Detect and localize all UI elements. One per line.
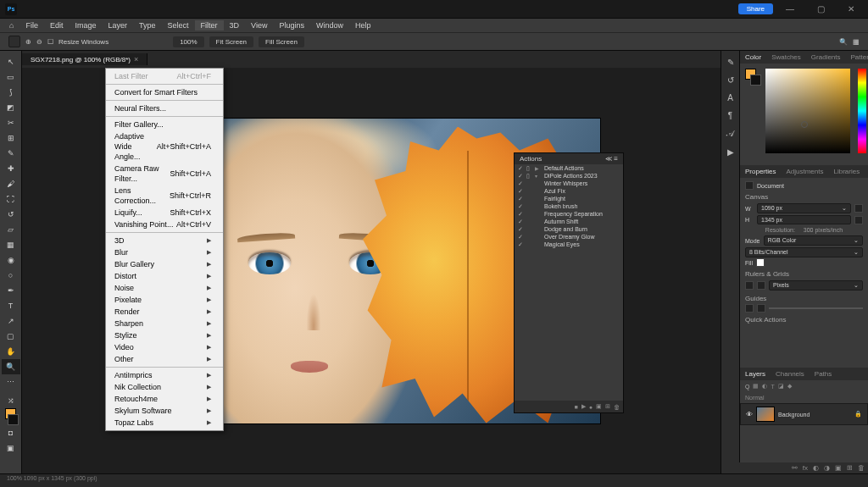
menu-item-gallery[interactable]: Filter Gallery... [106, 119, 223, 130]
dialog-icon[interactable] [526, 241, 532, 247]
check-icon[interactable]: ✓ [518, 203, 524, 209]
frame-tool[interactable]: ⊞ [2, 130, 20, 146]
dialog-icon[interactable] [526, 180, 532, 186]
guide-slider[interactable] [769, 307, 863, 309]
action-row[interactable]: ✓Dodge and Burn [515, 225, 623, 233]
action-row[interactable]: ✓Over Dreamy Glow [515, 233, 623, 241]
menu-item-rawfilter[interactable]: Camera Raw Filter...Shift+Ctrl+A [106, 163, 223, 185]
new-action-icon[interactable]: ⊞ [605, 403, 610, 410]
check-icon[interactable]: ✓ [518, 211, 524, 217]
path-tool[interactable]: ↗ [2, 313, 20, 329]
width-field[interactable]: 1090 px⌄ [757, 203, 851, 213]
trash-icon[interactable]: 🗑 [614, 404, 620, 410]
color-swap-icon[interactable]: ⤮ [2, 393, 20, 408]
tab-adjustments[interactable]: Adjustments [781, 167, 828, 176]
delete-layer-icon[interactable]: 🗑 [858, 464, 865, 472]
check-icon[interactable]: ✓ [518, 165, 524, 171]
bg-swatch[interactable] [750, 75, 761, 86]
rail-play-icon[interactable]: ▶ [727, 147, 734, 157]
menu-layer[interactable]: Layer [102, 20, 133, 30]
visibility-icon[interactable]: 👁 [746, 411, 753, 418]
mode-field[interactable]: RGB Color⌄ [764, 235, 863, 246]
tab-libraries[interactable]: Libraries [829, 167, 865, 176]
ruler-icon[interactable] [745, 281, 754, 290]
group-icon[interactable]: ▣ [835, 464, 842, 472]
rail-paragraph-icon[interactable]: ¶ [728, 111, 732, 120]
dialog-icon[interactable] [526, 196, 532, 202]
check-icon[interactable]: ✓ [518, 234, 524, 240]
menu-item-skylum-software[interactable]: Skylum Software▶ [106, 405, 223, 417]
workspace-icon[interactable]: ▦ [853, 38, 860, 46]
zoom-in-icon[interactable]: ⊕ [25, 38, 31, 46]
gradient-tool[interactable]: ▦ [2, 237, 20, 252]
healing-tool[interactable]: ✚ [2, 161, 20, 176]
check-icon[interactable]: ✓ [518, 196, 524, 202]
dialog-icon[interactable] [526, 188, 532, 194]
menu-select[interactable]: Select [162, 20, 195, 30]
link-layers-icon[interactable]: ⚯ [792, 464, 798, 472]
check-icon[interactable]: ✓ [518, 188, 524, 194]
menu-item-neural[interactable]: Neural Filters... [106, 102, 223, 114]
menu-type[interactable]: Type [133, 20, 162, 30]
tab-patterns[interactable]: Patterns [846, 53, 869, 62]
mask-icon[interactable]: ◐ [813, 464, 819, 472]
menu-item-liquify[interactable]: Liquify...Shift+Ctrl+X [106, 207, 223, 219]
action-row[interactable]: ✓Autumn Shift [515, 218, 623, 225]
lock-icon[interactable]: 🔒 [854, 411, 862, 418]
color-picker[interactable] [740, 64, 868, 165]
resize-checkbox[interactable]: ☐ [47, 38, 53, 46]
fill-screen-button[interactable]: Fill Screen [259, 36, 304, 47]
layer-row[interactable]: 👁 Background 🔒 [740, 403, 868, 425]
menu-filter[interactable]: Filter [195, 20, 224, 30]
menu-view[interactable]: View [245, 20, 273, 30]
menu-file[interactable]: File [19, 20, 44, 30]
minimize-button[interactable]: — [778, 2, 802, 17]
record-icon[interactable]: ● [589, 404, 593, 410]
action-row[interactable]: ✓Azul Fix [515, 187, 623, 195]
height-field[interactable]: 1345 px [757, 215, 851, 224]
tab-layers[interactable]: Layers [740, 369, 771, 379]
dodge-tool[interactable]: ○ [2, 268, 20, 283]
canvas-viewport[interactable]: Actions≪ ≡ ✓▯▶Default Actions✓▯▾DiPole A… [22, 68, 721, 473]
blur-tool[interactable]: ◉ [2, 252, 20, 268]
units-field[interactable]: Pixels⌄ [769, 280, 863, 291]
menu-plugins[interactable]: Plugins [273, 20, 310, 30]
bits-field[interactable]: 8 Bits/Channel⌄ [745, 247, 863, 257]
check-icon[interactable]: ✓ [518, 226, 524, 232]
check-icon[interactable]: ✓ [518, 241, 524, 247]
menu-item-other[interactable]: Other▶ [106, 353, 223, 365]
menu-item-antiimprics[interactable]: AntiImprics▶ [106, 369, 223, 381]
tab-gradients[interactable]: Gradients [806, 53, 846, 62]
menu-3d[interactable]: 3D [224, 20, 246, 30]
share-button[interactable]: Share [738, 3, 773, 14]
color-field[interactable] [765, 69, 850, 153]
tab-close-icon[interactable]: × [134, 55, 138, 64]
zoom-100-button[interactable]: 100% [173, 36, 203, 47]
shape-tool[interactable]: ▢ [2, 329, 20, 344]
stop-icon[interactable]: ■ [575, 404, 578, 410]
hand-tool[interactable]: ✋ [2, 344, 20, 359]
action-row[interactable]: ✓▯▶Default Actions [515, 164, 623, 172]
action-row[interactable]: ✓Fairlight [515, 195, 623, 202]
screenmode-icon[interactable]: ▣ [2, 440, 20, 456]
blend-mode[interactable]: Normal [745, 395, 765, 401]
menu-edit[interactable]: Edit [44, 20, 70, 30]
hue-slider[interactable] [858, 69, 866, 153]
guides2-icon[interactable] [757, 304, 765, 313]
menu-help[interactable]: Help [349, 20, 377, 30]
brush-tool[interactable]: 🖌 [2, 176, 20, 191]
action-row[interactable]: ✓Magical Eyes [515, 241, 623, 248]
menu-item-render[interactable]: Render▶ [106, 306, 223, 318]
menu-item-smartfilters[interactable]: Convert for Smart Filters [106, 86, 223, 98]
link-icon[interactable] [854, 216, 863, 224]
stamp-tool[interactable]: ⛶ [2, 191, 20, 207]
menu-item-3d[interactable]: 3D▶ [106, 235, 223, 246]
menu-window[interactable]: Window [310, 20, 349, 30]
fx-icon[interactable]: fx [803, 464, 808, 472]
menu-item-lens[interactable]: Lens Correction...Shift+Ctrl+R [106, 185, 223, 207]
dialog-icon[interactable] [526, 219, 532, 224]
tab-channels[interactable]: Channels [771, 369, 810, 379]
zoom-out-icon[interactable]: ⊖ [36, 38, 42, 46]
dialog-icon[interactable]: ▯ [526, 165, 532, 171]
action-row[interactable]: ✓Bokeh brush [515, 202, 623, 210]
